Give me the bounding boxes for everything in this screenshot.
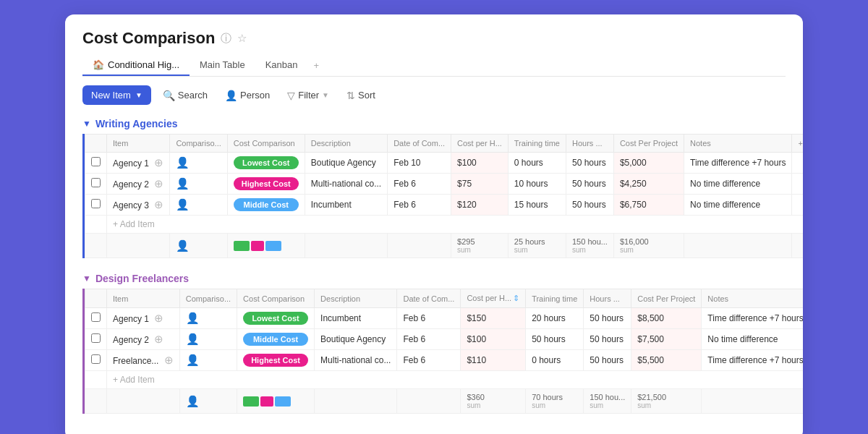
add-item-row-writing[interactable]: + Add Item — [85, 216, 804, 234]
person-avatar: 👤 — [186, 354, 200, 366]
cell-hours: 50 hours — [584, 350, 631, 371]
cell-sum-cost-project: $16,000 sum — [613, 234, 684, 258]
cell-empty — [107, 389, 180, 414]
table-row: Agency 1 ⊕ 👤 Lowest Cost Incumbent Feb 6… — [85, 308, 804, 329]
bar-blue — [275, 396, 291, 407]
cell-sum-hours: 150 hou... sum — [584, 389, 631, 414]
new-item-button[interactable]: New Item ▼ — [82, 85, 151, 105]
tab-main-table[interactable]: Main Table — [190, 55, 255, 76]
person-button[interactable]: 👤 Person — [219, 86, 276, 105]
cell-cost-h: $110 — [461, 350, 526, 371]
search-button[interactable]: 🔍 Search — [157, 86, 213, 105]
cell-sum-cost-h: $295 sum — [451, 234, 509, 258]
cell-training: 15 hours — [508, 195, 566, 216]
cell-comparison: 👤 — [179, 308, 237, 329]
tab-conditional[interactable]: 🏠 Conditional Hig... — [82, 55, 190, 76]
writing-header-row: Item Compariso... Cost Comparison Descri… — [85, 135, 804, 153]
cell-person-sum: 👤 — [170, 234, 227, 258]
cell-date: Feb 6 — [388, 174, 451, 195]
col-cost-h: Cost per H... — [451, 135, 509, 153]
add-person-icon[interactable]: ⊕ — [154, 198, 163, 210]
star-icon[interactable]: ☆ — [237, 32, 247, 45]
person-icon: 👤 — [225, 90, 237, 101]
cell-cost-project: $5,500 — [631, 350, 702, 371]
bar-green — [243, 396, 259, 407]
add-person-icon[interactable]: ⊕ — [154, 156, 163, 169]
cell-empty — [107, 234, 170, 258]
cell-sum-cost-project: $21,500 sum — [631, 389, 702, 414]
col-notes: Notes — [702, 289, 803, 308]
cell-training: 0 hours — [508, 153, 566, 174]
cell-cost-project: $7,500 — [631, 329, 702, 350]
search-icon: 🔍 — [163, 90, 175, 101]
row-checkbox[interactable] — [85, 308, 107, 329]
cell-cost-project: $5,000 — [613, 153, 684, 174]
design-table-wrapper: Item Compariso... Cost Comparison Descri… — [82, 289, 786, 414]
person-avatar: 👤 — [176, 156, 190, 169]
group-writing-chevron[interactable]: ▼ — [82, 119, 91, 129]
person-avatar: 👤 — [186, 395, 200, 407]
add-person-icon[interactable]: ⊕ — [154, 177, 163, 190]
col-item: Item — [107, 135, 170, 153]
add-person-icon[interactable]: ⊕ — [164, 354, 174, 366]
cell-notes: Time difference +7 hours — [684, 153, 792, 174]
row-checkbox[interactable] — [85, 350, 107, 371]
add-item-label[interactable]: + Add Item — [107, 216, 804, 234]
row-checkbox[interactable] — [85, 329, 107, 350]
cell-empty — [792, 234, 803, 258]
person-avatar: 👤 — [176, 198, 190, 210]
col-add[interactable]: + — [792, 135, 803, 153]
cell-empty — [85, 389, 107, 414]
tab-add[interactable]: + — [307, 56, 325, 75]
col-date: Date of Com... — [397, 289, 461, 308]
cell-cost-h: $150 — [461, 308, 526, 329]
add-item-label[interactable]: + Add Item — [107, 371, 804, 389]
row-checkbox[interactable] — [85, 153, 107, 174]
add-person-icon[interactable]: ⊕ — [154, 312, 163, 324]
table-row: Freelance... ⊕ 👤 Highest Cost Multi-nati… — [85, 350, 804, 371]
row-checkbox[interactable] — [85, 174, 107, 195]
summary-row-design: 👤 $360 sum — [85, 389, 804, 414]
cell-item: Agency 1 ⊕ — [107, 308, 180, 329]
cell-hours: 50 hours — [566, 174, 613, 195]
cell-hours: 50 hours — [566, 195, 613, 216]
cell-empty — [305, 234, 387, 258]
bar-green — [234, 241, 250, 251]
cell-date: Feb 6 — [397, 329, 461, 350]
col-comparison: Compariso... — [179, 289, 237, 308]
cell-cost-comparison: Highest Cost — [237, 350, 315, 371]
group-design-chevron[interactable]: ▼ — [82, 273, 91, 284]
col-hours: Hours ... — [584, 289, 631, 308]
cell-minibars — [237, 389, 315, 414]
col-cost-comparison: Cost Comparison — [237, 289, 315, 308]
cell-empty — [702, 389, 803, 414]
add-person-icon[interactable]: ⊕ — [154, 333, 163, 345]
cell-notes: No time difference — [702, 329, 803, 350]
summary-bars — [243, 396, 308, 407]
person-avatar: 👤 — [186, 333, 200, 345]
tab-kanban[interactable]: Kanban — [255, 55, 308, 76]
sort-button[interactable]: ⇅ Sort — [341, 86, 381, 105]
cell-cost-project: $8,500 — [631, 308, 702, 329]
cell-comparison: 👤 — [179, 350, 237, 371]
tabs-row: 🏠 Conditional Hig... Main Table Kanban + — [82, 55, 786, 77]
col-date: Date of Com... — [388, 135, 451, 153]
home-icon: 🏠 — [93, 59, 104, 70]
cell-empty — [315, 389, 397, 414]
cell-description: Boutique Agency — [315, 329, 397, 350]
design-header-row: Item Compariso... Cost Comparison Descri… — [85, 289, 804, 308]
table-row: Agency 1 ⊕ 👤 Lowest Cost Boutique Agency… — [85, 153, 804, 174]
summary-bars — [234, 241, 299, 251]
cell-empty — [85, 216, 107, 234]
col-notes: Notes — [684, 135, 792, 153]
cell-notes: No time difference — [684, 174, 792, 195]
info-icon[interactable]: ⓘ — [221, 32, 231, 46]
row-checkbox[interactable] — [85, 195, 107, 216]
filter-button[interactable]: ▽ Filter ▼ — [281, 86, 335, 105]
cell-notes: No time difference — [684, 195, 792, 216]
cell-cost-comparison: Middle Cost — [237, 329, 315, 350]
cell-notes: Time difference +7 hours — [702, 308, 803, 329]
cell-empty — [792, 153, 803, 174]
add-item-row-design[interactable]: + Add Item — [85, 371, 804, 389]
cell-description: Boutique Agency — [305, 153, 387, 174]
